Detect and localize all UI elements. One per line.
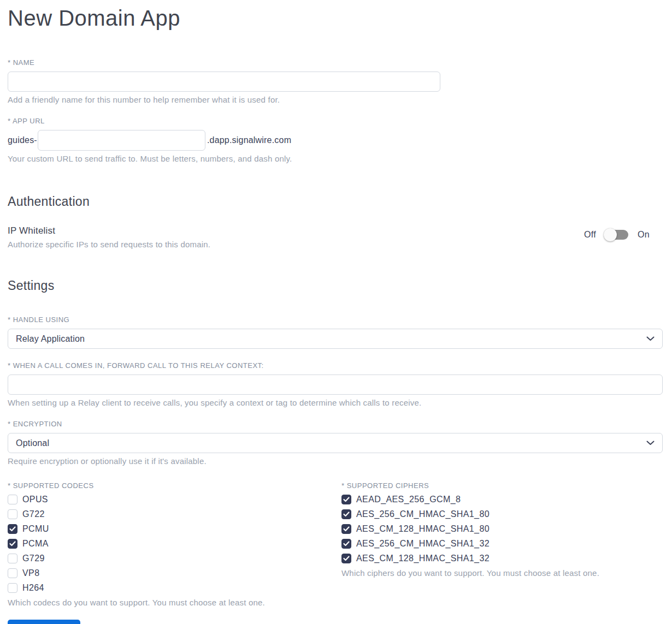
codecs-help: Which codecs do you want to support. You… [8, 598, 341, 607]
checkbox[interactable] [341, 495, 351, 504]
supported-ciphers-label: * SUPPORTED CIPHERS [341, 482, 663, 490]
check-icon [343, 497, 350, 502]
cipher-option[interactable]: AES_CM_128_HMAC_SHA1_80 [341, 524, 490, 534]
toggle-knob-icon [604, 228, 617, 241]
encryption-label: * ENCRYPTION [8, 420, 663, 428]
checkbox-label: G729 [22, 554, 45, 563]
cipher-option[interactable]: AES_256_CM_HMAC_SHA1_32 [341, 539, 490, 549]
checkbox[interactable] [8, 583, 17, 593]
codec-option[interactable]: VP8 [8, 568, 39, 578]
check-icon [9, 526, 16, 532]
handle-using-select[interactable]: Relay Application [8, 329, 663, 349]
cipher-option[interactable]: AES_CM_128_HMAC_SHA1_32 [341, 554, 490, 563]
checkbox-label: AES_256_CM_HMAC_SHA1_80 [356, 509, 490, 519]
toggle-off-label: Off [584, 230, 596, 240]
checkbox-label: AES_CM_128_HMAC_SHA1_80 [356, 524, 490, 534]
ip-whitelist-row: IP Whitelist Authorize specific IPs to s… [8, 225, 663, 249]
name-label: * NAME [8, 58, 663, 67]
check-icon [343, 526, 350, 532]
checkbox-label: AEAD_AES_256_GCM_8 [356, 495, 461, 504]
cipher-option[interactable]: AEAD_AES_256_GCM_8 [341, 495, 461, 504]
name-help: Add a friendly name for this number to h… [8, 95, 663, 104]
check-icon [343, 541, 350, 546]
relay-context-label: * WHEN A CALL COMES IN, FORWARD CALL TO … [8, 361, 663, 370]
codec-option[interactable]: PCMU [8, 524, 49, 534]
checkbox-label: AES_CM_128_HMAC_SHA1_32 [356, 554, 490, 563]
cipher-option[interactable]: AES_256_CM_HMAC_SHA1_80 [341, 509, 490, 519]
relay-context-help: When setting up a Relay client to receiv… [8, 398, 663, 407]
codec-cipher-columns: * SUPPORTED CODECS OPUS G722 PCMU PCMA G… [8, 482, 663, 607]
checkbox-label: AES_256_CM_HMAC_SHA1_32 [356, 539, 490, 549]
check-icon [9, 541, 16, 546]
checkbox[interactable] [8, 554, 17, 563]
ip-whitelist-help: Authorize specific IPs to send requests … [8, 240, 210, 249]
encryption-help: Require encryption or optionally use it … [8, 456, 663, 466]
codec-option[interactable]: G722 [8, 509, 45, 519]
checkbox[interactable] [341, 539, 351, 549]
settings-heading: Settings [8, 278, 663, 293]
ip-whitelist-toggle-group: Off On [584, 230, 650, 240]
checkbox[interactable] [8, 509, 17, 519]
codec-list: OPUS G722 PCMU PCMA G729 VP8 H264 [8, 495, 341, 593]
chevron-down-icon [646, 441, 655, 445]
checkbox-label: G722 [22, 509, 45, 519]
checkbox-label: PCMA [22, 539, 49, 549]
app-url-help: Your custom URL to send traffic to. Must… [8, 154, 663, 163]
app-url-suffix: .dapp.signalwire.com [207, 135, 291, 145]
checkbox-label: OPUS [22, 495, 48, 504]
handle-using-group: * HANDLE USING Relay Application [8, 316, 663, 349]
checkbox[interactable] [8, 495, 17, 504]
codec-option[interactable]: OPUS [8, 495, 48, 504]
checkbox[interactable] [341, 524, 351, 534]
toggle-on-label: On [638, 230, 650, 240]
relay-context-group: * WHEN A CALL COMES IN, FORWARD CALL TO … [8, 361, 663, 407]
check-icon [343, 512, 350, 517]
cipher-list: AEAD_AES_256_GCM_8 AES_256_CM_HMAC_SHA1_… [341, 495, 663, 563]
encryption-select[interactable]: Optional [8, 433, 663, 453]
codec-option[interactable]: G729 [8, 554, 45, 563]
ip-whitelist-toggle[interactable] [605, 230, 628, 240]
new-domain-app-form: New Domain App * NAME Add a friendly nam… [0, 0, 672, 624]
save-button[interactable]: Save [8, 620, 80, 624]
encryption-group: * ENCRYPTION Optional Require encryption… [8, 420, 663, 466]
name-field-group: * NAME Add a friendly name for this numb… [8, 58, 663, 104]
supported-codecs-label: * SUPPORTED CODECS [8, 482, 341, 490]
checkbox-label: VP8 [22, 568, 39, 578]
authentication-heading: Authentication [8, 194, 663, 209]
app-url-prefix: guides- [8, 135, 37, 145]
app-url-input[interactable] [38, 130, 205, 151]
relay-context-input[interactable] [8, 375, 663, 395]
checkbox-label: PCMU [22, 524, 49, 534]
app-url-field-group: * APP URL guides- .dapp.signalwire.com Y… [8, 117, 663, 163]
ciphers-help: Which ciphers do you want to support. Yo… [341, 568, 663, 578]
handle-using-label: * HANDLE USING [8, 316, 663, 324]
check-icon [343, 556, 350, 561]
supported-codecs-group: * SUPPORTED CODECS OPUS G722 PCMU PCMA G… [8, 482, 341, 607]
ip-whitelist-label: IP Whitelist [8, 225, 210, 236]
checkbox[interactable] [341, 509, 351, 519]
checkbox[interactable] [341, 554, 351, 563]
page-title: New Domain App [8, 5, 663, 31]
encryption-value: Optional [16, 438, 49, 448]
name-input[interactable] [8, 72, 440, 92]
checkbox[interactable] [8, 524, 17, 534]
checkbox[interactable] [8, 539, 17, 549]
codec-option[interactable]: H264 [8, 583, 44, 593]
supported-ciphers-group: * SUPPORTED CIPHERS AEAD_AES_256_GCM_8 A… [341, 482, 663, 607]
chevron-down-icon [646, 336, 655, 341]
checkbox[interactable] [8, 568, 17, 578]
ip-whitelist-info: IP Whitelist Authorize specific IPs to s… [8, 225, 210, 249]
checkbox-label: H264 [22, 583, 44, 593]
handle-using-value: Relay Application [16, 334, 85, 344]
app-url-label: * APP URL [8, 117, 663, 125]
codec-option[interactable]: PCMA [8, 539, 49, 549]
app-url-row: guides- .dapp.signalwire.com [8, 130, 663, 151]
